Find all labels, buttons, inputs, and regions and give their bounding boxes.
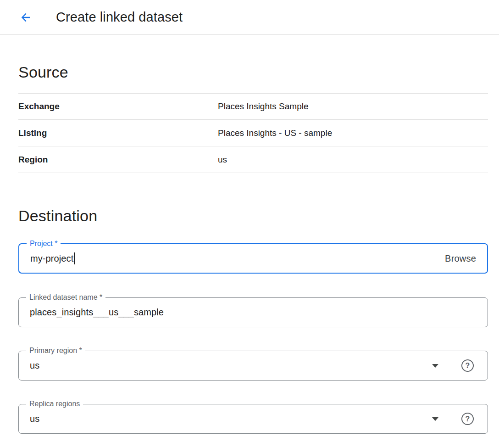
main-content: Source Exchange Places Insights Sample L… (0, 63, 499, 434)
source-table: Exchange Places Insights Sample Listing … (18, 93, 488, 173)
row-value: us (218, 155, 227, 165)
source-heading: Source (18, 63, 488, 81)
project-input-value[interactable]: my-project (30, 253, 73, 264)
replica-regions-controls: ? (432, 413, 477, 425)
page-header: Create linked dataset (0, 0, 499, 35)
primary-region-field[interactable]: Primary region * us ? (18, 351, 488, 381)
linked-dataset-name-value[interactable]: places_insights___us___sample (30, 307, 164, 318)
primary-region-label: Primary region * (26, 346, 85, 355)
browse-button[interactable]: Browse (445, 253, 476, 264)
help-icon[interactable]: ? (461, 413, 474, 425)
table-row-exchange: Exchange Places Insights Sample (18, 93, 488, 120)
dropdown-caret-icon[interactable] (432, 417, 438, 421)
row-label: Listing (18, 128, 218, 138)
arrow-back-icon (19, 11, 32, 24)
primary-region-value[interactable]: us (30, 360, 39, 371)
create-linked-dataset-page: Create linked dataset Source Exchange Pl… (0, 0, 499, 448)
table-row-listing: Listing Places Insights - US - sample (18, 120, 488, 146)
table-row-region: Region us (18, 146, 488, 173)
row-label: Exchange (18, 101, 218, 112)
primary-region-controls: ? (432, 359, 477, 372)
replica-regions-field[interactable]: Replica regions us ? (18, 404, 488, 434)
project-field-label: Project * (27, 239, 61, 248)
row-label: Region (18, 155, 218, 165)
dropdown-caret-icon[interactable] (432, 364, 438, 368)
help-glyph: ? (466, 415, 470, 423)
row-value: Places Insights Sample (218, 101, 309, 112)
row-value: Places Insights - US - sample (218, 128, 332, 138)
project-field[interactable]: Project * my-project Browse (18, 243, 488, 274)
linked-dataset-name-label: Linked dataset name * (26, 293, 105, 302)
back-button[interactable] (17, 8, 35, 27)
help-glyph: ? (466, 362, 470, 370)
text-cursor (74, 252, 75, 264)
replica-regions-label: Replica regions (26, 399, 83, 409)
linked-dataset-name-field[interactable]: Linked dataset name * places_insights___… (18, 297, 488, 327)
page-title: Create linked dataset (56, 10, 183, 25)
help-icon[interactable]: ? (461, 359, 474, 372)
destination-heading: Destination (18, 207, 488, 225)
replica-regions-value[interactable]: us (30, 414, 39, 424)
